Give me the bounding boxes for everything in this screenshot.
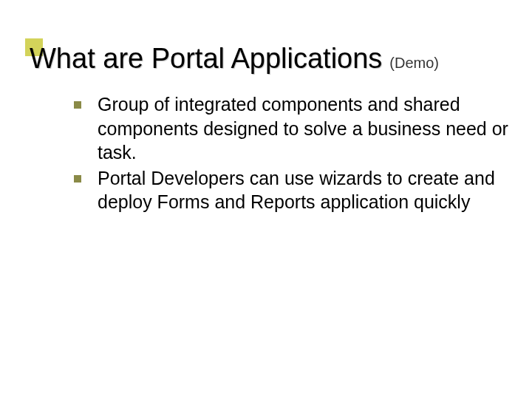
bullet-square-icon [74, 175, 81, 183]
list-item: Portal Developers can use wizards to cre… [74, 166, 510, 214]
slide-title-suffix: (Demo) [389, 55, 439, 72]
bullet-text: Portal Developers can use wizards to cre… [98, 166, 510, 214]
slide-title: What are Portal Applications [30, 43, 382, 75]
slide-content: Group of integrated components and share… [74, 92, 510, 216]
slide-title-block: What are Portal Applications (Demo) [30, 43, 439, 75]
title-line: What are Portal Applications (Demo) [30, 43, 439, 75]
bullet-square-icon [74, 101, 81, 109]
list-item: Group of integrated components and share… [74, 92, 510, 165]
bullet-text: Group of integrated components and share… [98, 92, 510, 165]
